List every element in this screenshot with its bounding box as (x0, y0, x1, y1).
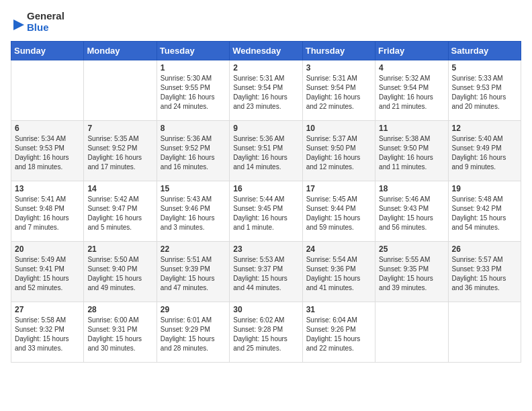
calendar-cell: 13Sunrise: 5:41 AM Sunset: 9:48 PM Dayli… (11, 181, 84, 242)
day-number: 17 (306, 184, 371, 193)
calendar-cell: 23Sunrise: 5:53 AM Sunset: 9:37 PM Dayli… (230, 242, 302, 302)
day-number: 13 (15, 184, 80, 193)
calendar-cell: 29Sunrise: 6:01 AM Sunset: 9:29 PM Dayli… (157, 302, 229, 363)
day-number: 16 (233, 184, 298, 193)
calendar-cell: 31Sunrise: 6:04 AM Sunset: 9:26 PM Dayli… (302, 302, 375, 363)
day-number: 3 (306, 63, 371, 73)
svg-marker-0 (13, 19, 24, 30)
day-number: 22 (161, 244, 226, 254)
logo-icon (11, 13, 24, 32)
column-header-thursday: Thursday (302, 42, 375, 60)
calendar-cell (84, 60, 157, 121)
calendar-cell: 7Sunrise: 5:35 AM Sunset: 9:52 PM Daylig… (84, 121, 157, 181)
day-info: Sunrise: 5:44 AM Sunset: 9:45 PM Dayligh… (233, 195, 298, 232)
calendar-cell: 16Sunrise: 5:44 AM Sunset: 9:45 PM Dayli… (230, 181, 302, 242)
calendar-cell: 2Sunrise: 5:31 AM Sunset: 9:54 PM Daylig… (230, 60, 302, 121)
day-number: 6 (15, 124, 80, 133)
day-number: 12 (452, 124, 517, 133)
day-info: Sunrise: 6:02 AM Sunset: 9:28 PM Dayligh… (233, 316, 298, 353)
day-number: 21 (87, 244, 152, 254)
day-info: Sunrise: 5:43 AM Sunset: 9:46 PM Dayligh… (161, 195, 226, 232)
week-row-4: 20Sunrise: 5:49 AM Sunset: 9:41 PM Dayli… (11, 242, 521, 302)
calendar-cell (375, 302, 448, 363)
calendar-cell: 1Sunrise: 5:30 AM Sunset: 9:55 PM Daylig… (157, 60, 229, 121)
day-info: Sunrise: 5:46 AM Sunset: 9:43 PM Dayligh… (379, 195, 444, 232)
calendar-cell: 28Sunrise: 6:00 AM Sunset: 9:31 PM Dayli… (84, 302, 157, 363)
day-info: Sunrise: 6:04 AM Sunset: 9:26 PM Dayligh… (306, 316, 371, 353)
day-info: Sunrise: 5:32 AM Sunset: 9:54 PM Dayligh… (379, 74, 444, 111)
day-number: 28 (87, 305, 152, 314)
day-info: Sunrise: 5:31 AM Sunset: 9:54 PM Dayligh… (306, 74, 371, 111)
day-info: Sunrise: 5:53 AM Sunset: 9:37 PM Dayligh… (233, 255, 298, 293)
day-number: 11 (379, 124, 444, 133)
calendar-cell: 8Sunrise: 5:36 AM Sunset: 9:52 PM Daylig… (157, 121, 229, 181)
day-info: Sunrise: 6:00 AM Sunset: 9:31 PM Dayligh… (87, 316, 152, 353)
logo-general-text: General (27, 11, 64, 22)
day-info: Sunrise: 5:38 AM Sunset: 9:50 PM Dayligh… (379, 134, 444, 172)
day-number: 31 (306, 305, 371, 314)
day-info: Sunrise: 5:41 AM Sunset: 9:48 PM Dayligh… (15, 195, 80, 232)
day-number: 18 (379, 184, 444, 193)
column-header-friday: Friday (375, 42, 448, 60)
day-number: 8 (161, 124, 226, 133)
day-info: Sunrise: 5:37 AM Sunset: 9:50 PM Dayligh… (306, 134, 371, 172)
day-info: Sunrise: 5:34 AM Sunset: 9:53 PM Dayligh… (15, 134, 80, 172)
day-number: 7 (87, 124, 152, 133)
calendar-cell (448, 302, 521, 363)
day-info: Sunrise: 5:33 AM Sunset: 9:53 PM Dayligh… (452, 74, 517, 111)
day-number: 20 (15, 244, 80, 254)
day-number: 25 (379, 244, 444, 254)
day-number: 30 (233, 305, 298, 314)
calendar-table: SundayMondayTuesdayWednesdayThursdayFrid… (11, 41, 521, 363)
day-number: 14 (87, 184, 152, 193)
day-info: Sunrise: 5:40 AM Sunset: 9:49 PM Dayligh… (452, 134, 517, 172)
day-info: Sunrise: 5:51 AM Sunset: 9:39 PM Dayligh… (161, 255, 226, 293)
day-number: 10 (306, 124, 371, 133)
day-info: Sunrise: 5:55 AM Sunset: 9:35 PM Dayligh… (379, 255, 444, 293)
week-row-2: 6Sunrise: 5:34 AM Sunset: 9:53 PM Daylig… (11, 121, 521, 181)
day-number: 15 (161, 184, 226, 193)
calendar-cell: 15Sunrise: 5:43 AM Sunset: 9:46 PM Dayli… (157, 181, 229, 242)
calendar-cell (11, 60, 84, 121)
column-header-tuesday: Tuesday (157, 42, 229, 60)
day-number: 26 (452, 244, 517, 254)
day-number: 24 (306, 244, 371, 254)
day-info: Sunrise: 5:58 AM Sunset: 9:32 PM Dayligh… (15, 316, 80, 353)
calendar-cell: 26Sunrise: 5:57 AM Sunset: 9:33 PM Dayli… (448, 242, 521, 302)
day-info: Sunrise: 5:30 AM Sunset: 9:55 PM Dayligh… (161, 74, 226, 111)
calendar-cell: 30Sunrise: 6:02 AM Sunset: 9:28 PM Dayli… (230, 302, 302, 363)
calendar-cell: 20Sunrise: 5:49 AM Sunset: 9:41 PM Dayli… (11, 242, 84, 302)
calendar-cell: 18Sunrise: 5:46 AM Sunset: 9:43 PM Dayli… (375, 181, 448, 242)
day-number: 5 (452, 63, 517, 73)
calendar-cell: 12Sunrise: 5:40 AM Sunset: 9:49 PM Dayli… (448, 121, 521, 181)
day-number: 4 (379, 63, 444, 73)
day-info: Sunrise: 5:31 AM Sunset: 9:54 PM Dayligh… (233, 74, 298, 111)
day-number: 1 (161, 63, 226, 73)
day-info: Sunrise: 5:48 AM Sunset: 9:42 PM Dayligh… (452, 195, 517, 232)
day-number: 9 (233, 124, 298, 133)
calendar-cell: 22Sunrise: 5:51 AM Sunset: 9:39 PM Dayli… (157, 242, 229, 302)
day-info: Sunrise: 5:42 AM Sunset: 9:47 PM Dayligh… (87, 195, 152, 232)
day-info: Sunrise: 5:36 AM Sunset: 9:52 PM Dayligh… (161, 134, 226, 172)
calendar-cell: 5Sunrise: 5:33 AM Sunset: 9:53 PM Daylig… (448, 60, 521, 121)
calendar-cell: 27Sunrise: 5:58 AM Sunset: 9:32 PM Dayli… (11, 302, 84, 363)
calendar-cell: 19Sunrise: 5:48 AM Sunset: 9:42 PM Dayli… (448, 181, 521, 242)
calendar-cell: 25Sunrise: 5:55 AM Sunset: 9:35 PM Dayli… (375, 242, 448, 302)
column-header-saturday: Saturday (448, 42, 521, 60)
calendar-cell: 24Sunrise: 5:54 AM Sunset: 9:36 PM Dayli… (302, 242, 375, 302)
week-row-3: 13Sunrise: 5:41 AM Sunset: 9:48 PM Dayli… (11, 181, 521, 242)
week-row-5: 27Sunrise: 5:58 AM Sunset: 9:32 PM Dayli… (11, 302, 521, 363)
calendar-cell: 21Sunrise: 5:50 AM Sunset: 9:40 PM Dayli… (84, 242, 157, 302)
day-info: Sunrise: 6:01 AM Sunset: 9:29 PM Dayligh… (161, 316, 226, 353)
calendar-header-row: SundayMondayTuesdayWednesdayThursdayFrid… (11, 42, 521, 60)
day-info: Sunrise: 5:50 AM Sunset: 9:40 PM Dayligh… (87, 255, 152, 293)
day-number: 29 (161, 305, 226, 314)
calendar-cell: 6Sunrise: 5:34 AM Sunset: 9:53 PM Daylig… (11, 121, 84, 181)
day-number: 19 (452, 184, 517, 193)
calendar-cell: 10Sunrise: 5:37 AM Sunset: 9:50 PM Dayli… (302, 121, 375, 181)
week-row-1: 1Sunrise: 5:30 AM Sunset: 9:55 PM Daylig… (11, 60, 521, 121)
day-number: 2 (233, 63, 298, 73)
column-header-monday: Monday (84, 42, 157, 60)
page-header: GeneralBlue (11, 11, 521, 33)
day-info: Sunrise: 5:35 AM Sunset: 9:52 PM Dayligh… (87, 134, 152, 172)
